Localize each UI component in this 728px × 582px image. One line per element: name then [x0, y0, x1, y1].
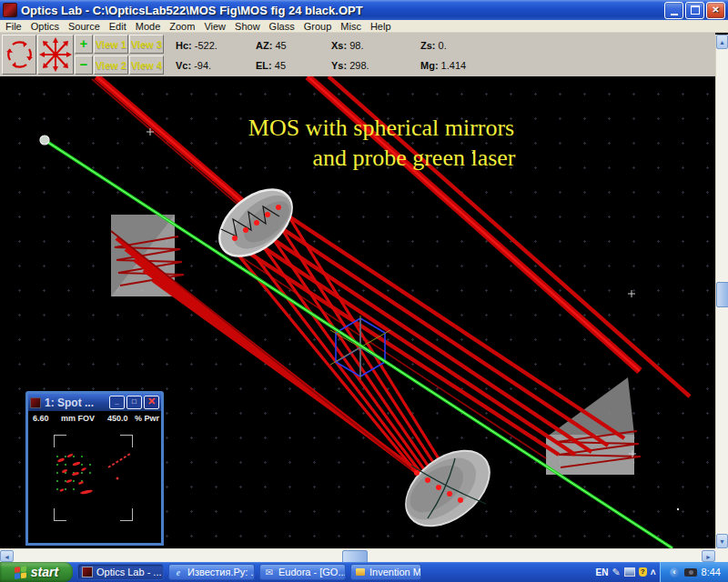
close-button[interactable]: ✕: [706, 2, 725, 19]
spot-maximize-button[interactable]: □: [126, 396, 142, 409]
spot-diagram-window[interactable]: 1: Spot ... _ □ ✕ 6.60 mm FOV 450.0 % Pw…: [25, 391, 164, 546]
start-label: start: [31, 565, 58, 579]
vertical-scrollbar[interactable]: ▲ ▼: [715, 35, 728, 548]
task-izvestia[interactable]: e Известия.Ру: ...: [168, 564, 255, 580]
menu-zoom[interactable]: Zoom: [165, 20, 199, 33]
language-indicator[interactable]: EN: [596, 567, 609, 577]
windows-logo-icon: [15, 566, 27, 578]
spot-pattern: [28, 411, 161, 543]
clock-section: ‹ 8:44: [660, 562, 728, 582]
security-shield-icon[interactable]: ?: [639, 567, 647, 577]
optical-canvas[interactable]: MOS with spherical mirrors and probe gre…: [0, 76, 715, 562]
view-2-button[interactable]: View 2: [94, 55, 128, 75]
task-optics-lab[interactable]: Optics Lab - ...: [77, 564, 164, 580]
start-button[interactable]: start: [0, 562, 73, 582]
view-1-button[interactable]: View 1: [94, 35, 128, 54]
zoom-in-button[interactable]: +: [75, 35, 93, 54]
readout-hc: Hc: -522.: [176, 40, 217, 51]
menu-group[interactable]: Group: [299, 20, 337, 33]
readout-xs: Xs: 98.: [331, 40, 363, 51]
spot-window-icon: [30, 397, 41, 408]
zoom-out-button[interactable]: −: [75, 55, 93, 75]
menu-edit[interactable]: Edit: [105, 20, 131, 33]
display-tray-icon[interactable]: [624, 567, 635, 577]
optics-lab-icon: [82, 567, 93, 577]
caption-line-1: MOS with spherical mirrors: [217, 113, 546, 143]
menu-help[interactable]: Help: [366, 20, 396, 33]
rotate-view-button[interactable]: [2, 35, 36, 75]
readout-az: AZ: 45: [256, 40, 287, 51]
pan-arrows-icon: [38, 35, 73, 74]
eudora-mail-icon: ✉: [264, 567, 275, 577]
menu-mode[interactable]: Mode: [131, 20, 166, 33]
spot-window-title: 1: Spot ...: [45, 396, 107, 409]
rotate-arrows-icon: [3, 35, 35, 74]
canvas-caption: MOS with spherical mirrors and probe gre…: [217, 113, 546, 173]
right-detector-panel: [546, 377, 634, 475]
spot-minimize-button[interactable]: _: [109, 396, 125, 409]
view-4-button[interactable]: View 4: [129, 55, 164, 75]
menu-view[interactable]: View: [199, 20, 230, 33]
horizontal-scrollbar[interactable]: ◄ ►: [0, 548, 715, 562]
hide-icons-chevron[interactable]: ˄: [651, 567, 656, 577]
system-tray: EN ✎ ? ˄: [592, 562, 660, 582]
laser-source: [40, 135, 49, 145]
menu-show[interactable]: Show: [230, 20, 265, 33]
menu-file[interactable]: File: [1, 20, 26, 33]
folder-icon: [355, 567, 366, 577]
menu-misc[interactable]: Misc: [336, 20, 366, 33]
scroll-right-button[interactable]: ►: [702, 550, 715, 562]
minimize-button[interactable]: [664, 2, 683, 19]
toolbar: + − View 1 View 2 View 3 View 4 Hc: -522…: [0, 33, 715, 77]
menu-glass[interactable]: Glass: [265, 20, 299, 33]
readout-el: EL: 45: [256, 60, 286, 71]
ie-icon: e: [173, 567, 184, 577]
task-eudora[interactable]: ✉ Eudora - [GO...: [259, 564, 346, 580]
camera-tray-icon[interactable]: [684, 568, 697, 577]
scroll-up-button[interactable]: ▲: [716, 35, 728, 49]
spot-close-button[interactable]: ✕: [144, 396, 159, 409]
readout-zs: Zs: 0.: [420, 40, 447, 51]
vertical-scroll-thumb[interactable]: [716, 282, 728, 307]
scrollbar-corner: [715, 548, 728, 562]
spot-window-titlebar[interactable]: 1: Spot ... _ □ ✕: [28, 394, 161, 411]
caption-line-2: and probe green laser: [282, 143, 546, 173]
pen-tray-icon[interactable]: ✎: [612, 567, 621, 578]
clock: 8:44: [702, 567, 721, 577]
readout-vc: Vc: -94.: [176, 60, 211, 71]
window-title: Optics Lab - C:\OpticsLab522\MOS Fig\MOS…: [21, 4, 664, 17]
messenger-tray-icon[interactable]: ‹: [670, 567, 680, 577]
menu-optics[interactable]: Optics: [26, 20, 64, 33]
restore-button[interactable]: [685, 2, 704, 19]
optics-lab-window: Optics Lab - C:\OpticsLab522\MOS Fig\MOS…: [0, 0, 728, 582]
view-3-button[interactable]: View 3: [129, 35, 164, 54]
taskbar: start Optics Lab - ... e Известия.Ру: ..…: [0, 562, 728, 582]
scroll-down-button[interactable]: ▼: [716, 534, 728, 548]
spot-diagram-body: 6.60 mm FOV 450.0 % Pwr: [28, 411, 161, 543]
app-icon: [3, 3, 17, 17]
restore-icon: [691, 5, 700, 15]
readout-ys: Ys: 298.: [331, 60, 369, 71]
title-bar[interactable]: Optics Lab - C:\OpticsLab522\MOS Fig\MOS…: [0, 0, 728, 20]
scroll-left-button[interactable]: ◄: [0, 550, 14, 562]
menu-source[interactable]: Source: [64, 20, 105, 33]
readout-mg: Mg: 1.414: [420, 60, 466, 71]
pan-view-button[interactable]: [37, 35, 74, 75]
menu-bar: File Optics Source Edit Mode Zoom View S…: [0, 20, 728, 33]
minimize-icon: [671, 11, 678, 15]
task-invention[interactable]: Invention Mul...: [350, 564, 421, 580]
spot-streak: [108, 454, 130, 467]
lower-spherical-mirror: [392, 436, 504, 541]
